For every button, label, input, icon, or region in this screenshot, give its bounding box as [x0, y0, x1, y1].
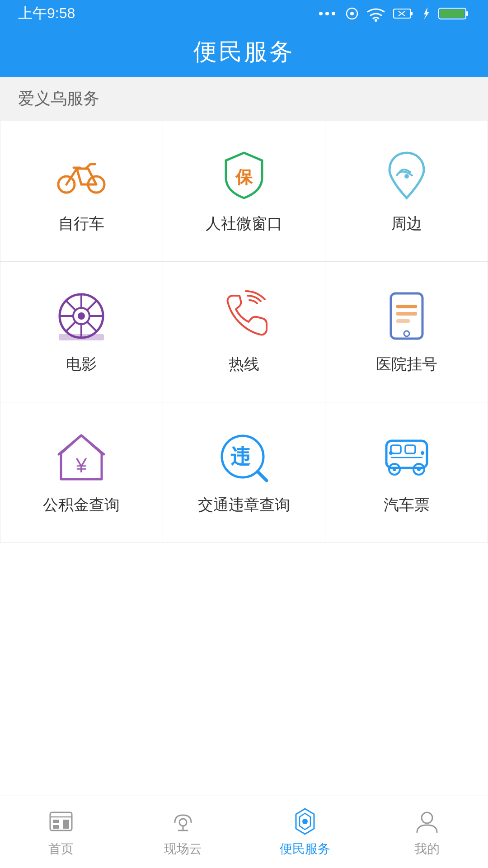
svg-point-4	[350, 12, 354, 15]
battery-x-icon	[393, 8, 413, 19]
tab-service-label: 便民服务	[280, 840, 330, 858]
svg-point-57	[422, 812, 432, 823]
svg-rect-50	[53, 820, 59, 823]
svg-point-42	[393, 467, 396, 471]
wifi-icon	[367, 6, 385, 21]
service-tab-icon	[291, 807, 319, 836]
grid-item-social-security[interactable]: 保 人社微窗口	[163, 121, 326, 262]
svg-rect-51	[53, 825, 59, 829]
page-title: 便民服务	[193, 36, 295, 68]
svg-point-16	[404, 174, 409, 179]
social-security-label: 人社微窗口	[206, 213, 282, 234]
nearby-label: 周边	[391, 213, 422, 234]
svg-point-33	[404, 331, 409, 336]
svg-rect-29	[391, 293, 422, 339]
svg-point-5	[375, 19, 377, 22]
traffic-label: 交通违章查询	[198, 495, 290, 515]
bike-icon	[54, 148, 108, 203]
film-icon	[54, 289, 108, 343]
tab-live[interactable]: 现场云	[122, 807, 244, 858]
svg-text:¥: ¥	[75, 454, 87, 476]
app-header: 便民服务	[0, 27, 488, 77]
charging-icon	[421, 6, 430, 21]
svg-rect-28	[59, 334, 104, 340]
svg-point-44	[417, 467, 421, 471]
svg-text:违: 违	[230, 445, 251, 467]
tab-home[interactable]: 首页	[0, 807, 122, 858]
hospital-icon	[380, 289, 434, 343]
battery-full-icon	[438, 7, 470, 20]
tab-bar: 首页 现场云 便民服务	[0, 796, 488, 868]
svg-line-23	[66, 301, 75, 310]
svg-line-37	[258, 472, 267, 481]
bike-label: 自行车	[58, 213, 104, 234]
grid-item-hospital[interactable]: 医院挂号	[325, 262, 488, 402]
grid-item-nearby[interactable]: 周边	[325, 121, 488, 262]
grid-item-fund[interactable]: ¥ 公积金查询	[0, 402, 163, 543]
grid-item-hotline[interactable]: 热线	[163, 262, 326, 402]
bus-ticket-label: 汽车票	[384, 495, 430, 515]
svg-point-53	[179, 819, 187, 826]
svg-point-0	[319, 12, 323, 15]
nearby-icon	[380, 148, 434, 203]
svg-point-56	[302, 819, 308, 824]
live-tab-icon	[169, 807, 197, 836]
service-grid: 自行车 保 人社微窗口 周边	[0, 121, 488, 543]
svg-point-1	[325, 12, 329, 15]
tab-live-label: 现场云	[164, 840, 202, 858]
grid-item-bus-ticket[interactable]: 汽车票	[325, 402, 488, 543]
svg-rect-32	[396, 319, 410, 323]
tab-mine-label: 我的	[414, 840, 440, 858]
svg-point-27	[78, 312, 85, 320]
svg-rect-31	[396, 312, 417, 316]
hospital-label: 医院挂号	[376, 354, 437, 375]
svg-line-26	[66, 322, 75, 331]
phone-icon	[217, 289, 271, 343]
grid-item-bike[interactable]: 自行车	[0, 121, 163, 262]
hotline-label: 热线	[229, 354, 259, 375]
signal-dots-icon	[319, 9, 337, 18]
shield-icon: 保	[217, 148, 271, 203]
tab-service[interactable]: 便民服务	[244, 807, 366, 858]
svg-rect-40	[405, 445, 415, 453]
location-icon	[345, 7, 359, 20]
svg-rect-11	[466, 11, 468, 16]
status-bar: 上午9:58	[0, 0, 488, 27]
house-yen-icon: ¥	[54, 429, 108, 484]
tab-home-label: 首页	[48, 840, 74, 858]
svg-point-46	[389, 451, 393, 455]
grid-item-movie[interactable]: 电影	[0, 262, 163, 402]
fund-label: 公积金查询	[43, 495, 120, 515]
bus-icon	[380, 429, 434, 484]
status-time: 上午9:58	[18, 4, 75, 24]
svg-line-25	[87, 301, 97, 310]
section-label: 爱义乌服务	[0, 77, 488, 121]
svg-rect-30	[396, 305, 417, 308]
svg-rect-52	[63, 820, 69, 829]
svg-rect-7	[411, 12, 413, 15]
status-icons	[319, 6, 470, 21]
grid-item-traffic[interactable]: 违 交通违章查询	[163, 402, 326, 543]
svg-point-47	[421, 451, 424, 455]
violation-icon: 违	[217, 429, 271, 484]
mine-tab-icon	[413, 807, 441, 836]
svg-rect-12	[440, 9, 464, 18]
tab-mine[interactable]: 我的	[366, 807, 488, 858]
svg-point-2	[332, 12, 335, 15]
svg-line-24	[87, 322, 97, 331]
movie-label: 电影	[66, 354, 97, 375]
home-tab-icon	[47, 807, 75, 836]
svg-text:保: 保	[235, 168, 253, 187]
